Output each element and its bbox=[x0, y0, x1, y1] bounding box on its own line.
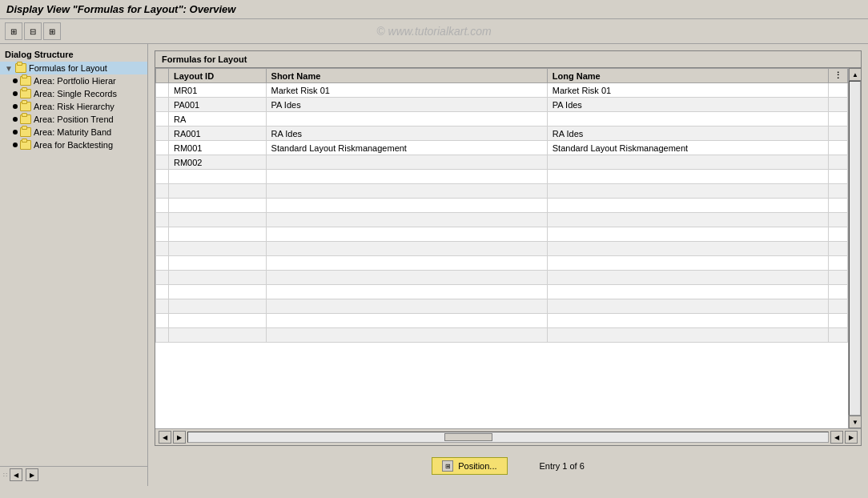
row-selector-cell[interactable] bbox=[156, 285, 169, 299]
cell-long-name bbox=[547, 256, 828, 271]
scroll-up-button[interactable]: ▲ bbox=[849, 68, 861, 81]
hscroll-track[interactable] bbox=[187, 432, 829, 443]
sidebar-item-backtesting[interactable]: Area for Backtesting bbox=[0, 139, 147, 151]
sidebar-item-label-backtesting: Area for Backtesting bbox=[34, 140, 113, 150]
cell-long-name bbox=[547, 112, 828, 127]
tree-expand-icon[interactable]: ▼ bbox=[5, 64, 13, 73]
table-row[interactable]: RM001Standard Layout RiskmanagementStand… bbox=[156, 141, 848, 155]
col-header-layout-id: Layout ID bbox=[169, 69, 267, 83]
table-row[interactable] bbox=[156, 199, 848, 213]
row-selector-cell[interactable] bbox=[156, 83, 169, 98]
cell-long-name bbox=[547, 199, 828, 213]
table-row[interactable] bbox=[156, 328, 848, 343]
table-row[interactable] bbox=[156, 170, 848, 184]
table-row[interactable]: MR01Market Risk 01Market Risk 01 bbox=[156, 83, 848, 98]
title-bar: Display View "Formulas for Layout": Over… bbox=[0, 0, 868, 19]
row-selector-cell[interactable] bbox=[156, 271, 169, 285]
position-button[interactable]: ⊞ Position... bbox=[432, 457, 507, 475]
toolbar-button-3[interactable]: ⊞ bbox=[43, 22, 61, 40]
table-row[interactable] bbox=[156, 227, 848, 242]
table-row[interactable] bbox=[156, 271, 848, 285]
row-selector-cell[interactable] bbox=[156, 199, 169, 213]
row-selector-cell[interactable] bbox=[156, 314, 169, 328]
cell-long-name: RA Ides bbox=[547, 127, 828, 141]
col-header-long-name: Long Name bbox=[547, 69, 828, 83]
cell-layout-id bbox=[169, 242, 267, 256]
scroll-track[interactable] bbox=[849, 81, 861, 416]
row-selector-cell[interactable] bbox=[156, 256, 169, 271]
scroll-down-button[interactable]: ▼ bbox=[849, 416, 861, 428]
row-selector-cell[interactable] bbox=[156, 242, 169, 256]
bullet-icon-portfolio bbox=[13, 78, 18, 83]
hscroll-left[interactable]: ◀ bbox=[159, 431, 171, 444]
hscroll-end-left[interactable]: ◀ bbox=[830, 431, 843, 444]
cell-empty bbox=[829, 141, 848, 155]
cell-empty bbox=[829, 83, 848, 98]
row-selector-cell[interactable] bbox=[156, 328, 169, 343]
hscroll-end-right[interactable]: ▶ bbox=[845, 431, 858, 444]
sidebar-item-position[interactable]: Area: Position Trend bbox=[0, 113, 147, 126]
table-row[interactable]: PA001PA IdesPA Ides bbox=[156, 98, 848, 112]
cell-layout-id: RA001 bbox=[169, 127, 267, 141]
row-selector-cell[interactable] bbox=[156, 127, 169, 141]
content-area: Formulas for Layout Layout ID Short Name… bbox=[148, 44, 868, 486]
cell-short-name bbox=[266, 112, 547, 127]
table-row[interactable] bbox=[156, 213, 848, 227]
hscroll-thumb[interactable] bbox=[444, 433, 492, 441]
table-row[interactable]: RM002 bbox=[156, 155, 848, 170]
table-row[interactable] bbox=[156, 184, 848, 199]
table-row[interactable] bbox=[156, 299, 848, 314]
entry-info: Entry 1 of 6 bbox=[540, 461, 585, 471]
cell-layout-id bbox=[169, 328, 267, 343]
row-selector-cell[interactable] bbox=[156, 170, 169, 184]
sidebar-item-formulas-layout[interactable]: ▼ Formulas for Layout bbox=[0, 62, 147, 74]
sidebar-item-maturity[interactable]: Area: Maturity Band bbox=[0, 126, 147, 139]
cell-long-name: PA Ides bbox=[547, 98, 828, 112]
hscroll-right[interactable]: ▶ bbox=[173, 431, 186, 444]
cell-layout-id bbox=[169, 314, 267, 328]
sidebar-nav-right[interactable]: ▶ bbox=[26, 468, 38, 481]
bullet-icon-risk bbox=[13, 104, 18, 109]
sidebar-nav-left[interactable]: ◀ bbox=[10, 468, 22, 481]
sidebar-scroll-area[interactable]: ▼ Formulas for Layout Area: Portfolio Hi… bbox=[0, 62, 147, 466]
row-selector-cell[interactable] bbox=[156, 141, 169, 155]
table-row[interactable] bbox=[156, 285, 848, 299]
row-selector-cell[interactable] bbox=[156, 155, 169, 170]
cell-short-name bbox=[266, 184, 547, 199]
cell-layout-id bbox=[169, 271, 267, 285]
sidebar-item-risk[interactable]: Area: Risk Hierarchy bbox=[0, 100, 147, 113]
row-selector-cell[interactable] bbox=[156, 299, 169, 314]
cell-long-name bbox=[547, 184, 828, 199]
row-selector-cell[interactable] bbox=[156, 213, 169, 227]
table-row[interactable] bbox=[156, 314, 848, 328]
cell-short-name: Standard Layout Riskmanagement bbox=[266, 141, 547, 155]
cell-short-name bbox=[266, 271, 547, 285]
col-header-scroll[interactable]: ⋮ bbox=[829, 69, 848, 83]
cell-empty bbox=[829, 242, 848, 256]
bottom-bar: ⊞ Position... Entry 1 of 6 bbox=[155, 452, 862, 480]
sidebar-item-single[interactable]: Area: Single Records bbox=[0, 87, 147, 100]
row-selector-cell[interactable] bbox=[156, 112, 169, 127]
folder-icon-maturity bbox=[20, 127, 31, 137]
sidebar-bottom: ∷ ◀ ▶ bbox=[0, 466, 147, 483]
cell-layout-id bbox=[169, 170, 267, 184]
table-row[interactable] bbox=[156, 256, 848, 271]
toolbar-button-1[interactable]: ⊞ bbox=[5, 22, 22, 40]
toolbar-button-2[interactable]: ⊟ bbox=[24, 22, 42, 40]
bullet-icon-position bbox=[13, 117, 18, 122]
table-body-area[interactable]: Layout ID Short Name Long Name ⋮ MR01Mar… bbox=[155, 68, 848, 428]
folder-icon-backtesting bbox=[20, 140, 31, 150]
row-selector-cell[interactable] bbox=[156, 227, 169, 242]
cell-empty bbox=[829, 271, 848, 285]
table-row[interactable]: RA bbox=[156, 112, 848, 127]
row-selector-cell[interactable] bbox=[156, 98, 169, 112]
sidebar-item-label-risk: Area: Risk Hierarchy bbox=[34, 102, 115, 111]
table-right-scroll[interactable]: ▲ ▼ bbox=[848, 68, 861, 428]
table-row[interactable]: RA001RA IdesRA Ides bbox=[156, 127, 848, 141]
sidebar-item-portfolio[interactable]: Area: Portfolio Hierar bbox=[0, 74, 147, 87]
cell-empty bbox=[829, 112, 848, 127]
cell-layout-id: MR01 bbox=[169, 83, 267, 98]
row-selector-cell[interactable] bbox=[156, 184, 169, 199]
cell-empty bbox=[829, 256, 848, 271]
table-row[interactable] bbox=[156, 242, 848, 256]
